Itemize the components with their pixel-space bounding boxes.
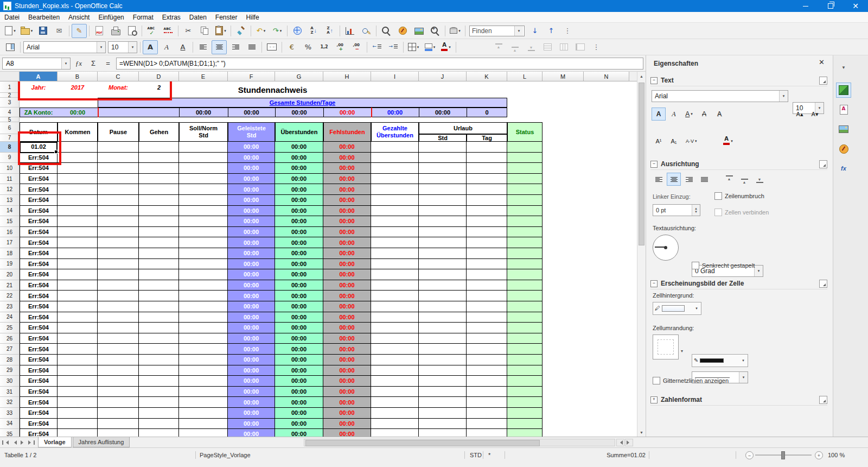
cell-K4[interactable]: 0	[467, 108, 507, 117]
cell-D9[interactable]	[139, 153, 179, 163]
cell-K24[interactable]	[467, 312, 507, 323]
cell-I17[interactable]	[371, 237, 419, 248]
cell-E15[interactable]	[179, 216, 228, 227]
cell-I29[interactable]	[371, 365, 419, 376]
cell-B34[interactable]	[58, 419, 98, 430]
cell-B22[interactable]	[58, 291, 98, 301]
collapse-text-section-icon[interactable]: −	[650, 77, 658, 84]
cell-L24[interactable]	[507, 312, 542, 323]
dropdown-arrow-icon[interactable]: ▾	[741, 355, 746, 367]
cell-L35[interactable]	[507, 429, 542, 437]
header-status[interactable]: Status	[507, 122, 542, 142]
cell-G23[interactable]: 00:00	[275, 301, 323, 312]
header-datum[interactable]: Datum	[20, 122, 58, 142]
find-dropdown-arrow-icon[interactable]: ▾	[514, 26, 523, 36]
cell-G26[interactable]: 00:00	[275, 333, 323, 344]
cell-H21[interactable]: 00:00	[323, 280, 371, 291]
cell-G28[interactable]: 00:00	[275, 355, 323, 365]
row-header-5[interactable]: 5	[0, 117, 20, 122]
find-input[interactable]	[471, 27, 514, 35]
cell-H13[interactable]: 00:00	[323, 195, 371, 206]
email-button[interactable]: ✉	[52, 24, 67, 38]
scroll-left-icon[interactable]	[616, 439, 624, 446]
cell-D16[interactable]	[139, 227, 179, 238]
cell-E24[interactable]	[179, 312, 228, 323]
format-currency-button[interactable]: €	[284, 40, 299, 54]
cell-I32[interactable]	[371, 397, 419, 408]
cell-B33[interactable]	[58, 408, 98, 419]
cell-C24[interactable]	[98, 312, 139, 323]
cell-C31[interactable]	[98, 387, 139, 397]
cell-B9[interactable]	[58, 153, 98, 163]
row-header-27[interactable]: 27	[0, 344, 20, 355]
cell-A23[interactable]: Err:504	[20, 301, 58, 312]
row-header-15[interactable]: 15	[0, 216, 20, 227]
cell-A16[interactable]: Err:504	[20, 227, 58, 238]
horizontal-scrollbar[interactable]	[304, 439, 615, 446]
cell-C35[interactable]	[98, 429, 139, 437]
cell-C13[interactable]	[98, 195, 139, 206]
column-header-N[interactable]: N	[584, 72, 629, 81]
cell-A15[interactable]: Err:504	[20, 216, 58, 227]
sidebar-italic-button[interactable]: A	[667, 108, 681, 121]
cell-I4[interactable]: 00:00	[371, 108, 419, 117]
cell-J24[interactable]	[419, 312, 467, 323]
cell-A26[interactable]: Err:504	[20, 333, 58, 344]
cell-D12[interactable]	[139, 184, 179, 195]
cell-B20[interactable]	[58, 269, 98, 280]
header-urlaub-std[interactable]: Std	[419, 134, 467, 142]
cell-F13[interactable]: 00:00	[228, 195, 275, 206]
menu-item-ansicht[interactable]: Ansicht	[64, 12, 94, 22]
cell-B12[interactable]	[58, 184, 98, 195]
row-header-13[interactable]: 13	[0, 195, 20, 206]
cell-J35[interactable]	[419, 429, 467, 437]
collapse-alignment-section-icon[interactable]: −	[650, 161, 658, 168]
cell-L32[interactable]	[507, 397, 542, 408]
cell-L33[interactable]	[507, 408, 542, 419]
cell-D1[interactable]: 2	[139, 81, 179, 93]
data-sources-button[interactable]: ▾	[448, 24, 463, 38]
cell-B30[interactable]	[58, 376, 98, 387]
cell-B28[interactable]	[58, 355, 98, 365]
cell-J14[interactable]	[419, 206, 467, 217]
row-header-24[interactable]: 24	[0, 312, 20, 323]
sidebar-align-justify-button[interactable]	[697, 173, 711, 186]
cell-K26[interactable]	[467, 333, 507, 344]
cell-H15[interactable]: 00:00	[323, 216, 371, 227]
cell-H23[interactable]: 00:00	[323, 301, 371, 312]
cell-C25[interactable]	[98, 323, 139, 333]
cell-C29[interactable]	[98, 365, 139, 376]
border-preset-dropdown-icon[interactable]: ▾	[681, 349, 683, 354]
cell-H20[interactable]: 00:00	[323, 269, 371, 280]
cell-L13[interactable]	[507, 195, 542, 206]
cell-K34[interactable]	[467, 419, 507, 430]
cell-G8[interactable]: 00:00	[275, 142, 323, 153]
row-header-31[interactable]: 31	[0, 387, 20, 397]
cell-A29[interactable]: Err:504	[20, 365, 58, 376]
sidebar-font-color-button[interactable]: ▾	[721, 135, 735, 148]
cell-D13[interactable]	[139, 195, 179, 206]
undo-button[interactable]: ↶▾	[253, 24, 269, 38]
column-header-L[interactable]: L	[507, 72, 542, 81]
cell-L18[interactable]	[507, 248, 542, 259]
menu-item-datei[interactable]: Datei	[0, 12, 24, 22]
cell-H29[interactable]: 00:00	[323, 365, 371, 376]
cell-E33[interactable]	[179, 408, 228, 419]
cell-A10[interactable]: Err:504	[20, 163, 58, 174]
cell-L30[interactable]	[507, 376, 542, 387]
cell-B11[interactable]	[58, 174, 98, 185]
dropdown-arrow-icon[interactable]: ▾	[754, 266, 763, 276]
minimize-button[interactable]	[793, 0, 818, 12]
function-button[interactable]: =	[101, 58, 114, 70]
new-document-button[interactable]: ▾	[3, 24, 18, 38]
cell-C20[interactable]	[98, 269, 139, 280]
format-paintbrush-button[interactable]	[233, 24, 248, 38]
cell-F20[interactable]: 00:00	[228, 269, 275, 280]
zoom-slider-handle[interactable]	[781, 451, 785, 459]
cell-L11[interactable]	[507, 174, 542, 185]
cell-A25[interactable]: Err:504	[20, 323, 58, 333]
cell-A33[interactable]: Err:504	[20, 408, 58, 419]
horizontal-scrollbar-thumb[interactable]	[305, 440, 540, 446]
cell-L26[interactable]	[507, 333, 542, 344]
menu-item-hilfe[interactable]: Hilfe	[242, 12, 264, 22]
